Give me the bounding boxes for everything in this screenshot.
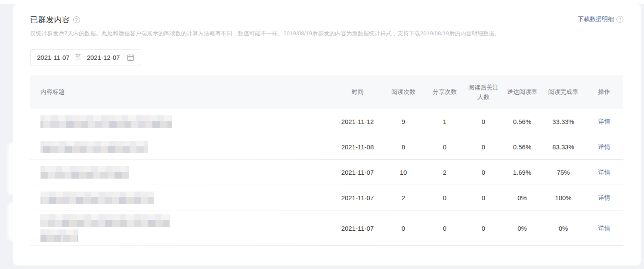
content-title-cell[interactable] (30, 191, 334, 205)
delivery-rate-cell: 1.69% (503, 169, 542, 176)
time-cell: 2021-11-12 (334, 118, 381, 125)
content-title-cell[interactable] (30, 114, 334, 129)
header-action: 操作 (585, 88, 623, 96)
table-row: 2021-11-07 10 2 0 1.69% 75% 详情 (30, 160, 623, 185)
time-cell: 2021-11-07 (334, 194, 381, 201)
time-cell: 2021-11-07 (334, 225, 381, 232)
delivery-rate-cell: 0% (503, 225, 542, 232)
shares-cell: 0 (425, 143, 464, 151)
help-icon[interactable]: ? (73, 16, 80, 23)
redacted-title-mosaic (40, 229, 78, 242)
content-title-cell[interactable] (30, 165, 334, 179)
completion-rate-cell: 0% (542, 225, 585, 232)
table-row: 2021-11-07 0 0 0 0% 0% 详情 (30, 210, 623, 246)
detail-link[interactable]: 详情 (598, 194, 610, 201)
time-cell: 2021-11-08 (334, 143, 381, 151)
detail-link[interactable]: 详情 (598, 169, 610, 176)
shares-cell: 2 (425, 169, 464, 176)
sent-content-table: 内容标题 时间 阅读次数 分享次数 阅读后关注人数 送达阅读率 阅读完成率 操作… (30, 75, 623, 246)
stats-disclaimer-text: 仅统计群发后7天内的数据。此处和微信客户端展示的阅读数的计算方法略有不同，数值可… (30, 30, 623, 37)
reads-cell: 0 (381, 225, 425, 232)
page-title: 已群发内容 (30, 15, 70, 25)
detail-link[interactable]: 详情 (598, 225, 610, 232)
detail-link[interactable]: 详情 (598, 143, 610, 150)
header-reads: 阅读次数 (381, 88, 425, 96)
follows-cell: 0 (464, 169, 503, 176)
sent-content-card: 已群发内容 ? 下载数据明细 ? 仅统计群发后7天内的数据。此处和微信客户端展示… (13, 4, 641, 266)
calendar-icon[interactable] (127, 54, 134, 61)
redacted-title-mosaic (40, 192, 154, 204)
content-title-cell[interactable] (30, 213, 334, 243)
download-data-link[interactable]: 下载数据明细 (578, 15, 614, 23)
shares-cell: 1 (425, 118, 464, 125)
completion-rate-cell: 83.33% (542, 143, 585, 151)
redacted-title-mosaic (40, 214, 170, 227)
follows-cell: 0 (464, 143, 503, 151)
header-time: 时间 (334, 88, 381, 96)
redacted-title-mosaic (40, 115, 172, 128)
card-header: 已群发内容 ? 下载数据明细 ? (30, 15, 623, 25)
header-delivery-read-rate: 送达阅读率 (503, 88, 542, 96)
follows-cell: 0 (464, 118, 503, 125)
table-header-row: 内容标题 时间 阅读次数 分享次数 阅读后关注人数 送达阅读率 阅读完成率 操作 (30, 75, 623, 109)
content-title-cell[interactable] (30, 140, 334, 154)
delivery-rate-cell: 0.56% (503, 143, 542, 151)
shares-cell: 0 (425, 194, 464, 201)
download-help-icon[interactable]: ? (616, 16, 623, 23)
detail-link[interactable]: 详情 (598, 118, 610, 125)
delivery-rate-cell: 0.56% (503, 118, 542, 125)
completion-rate-cell: 100% (542, 194, 585, 201)
header-content-title: 内容标题 (30, 88, 334, 96)
time-cell: 2021-11-07 (334, 169, 381, 176)
table-row: 2021-11-12 9 1 0 0.56% 33.33% 详情 (30, 109, 623, 134)
completion-rate-cell: 33.33% (542, 118, 585, 125)
header-follows-after-read: 阅读后关注人数 (464, 83, 503, 102)
completion-rate-cell: 75% (542, 169, 585, 176)
redacted-title-mosaic (40, 166, 129, 179)
delivery-rate-cell: 0% (503, 194, 542, 201)
reads-cell: 9 (381, 118, 425, 125)
end-date-value[interactable]: 2021-12-07 (87, 54, 120, 61)
reads-cell: 2 (381, 194, 425, 201)
follows-cell: 0 (464, 194, 503, 201)
header-shares: 分享次数 (425, 88, 464, 96)
previous-card-bottom (0, 0, 644, 4)
start-date-value[interactable]: 2021-11-07 (37, 54, 70, 61)
redacted-title-mosaic (40, 141, 148, 153)
table-row: 2021-11-08 8 0 0 0.56% 83.33% 详情 (30, 134, 623, 160)
shares-cell: 0 (425, 225, 464, 232)
follows-cell: 0 (464, 225, 503, 232)
header-read-completion-rate: 阅读完成率 (542, 88, 585, 96)
date-range-picker[interactable]: 2021-11-07 至 2021-12-07 (30, 49, 141, 65)
reads-cell: 10 (381, 169, 425, 176)
table-row: 2021-11-07 2 0 0 0% 100% 详情 (30, 185, 623, 210)
reads-cell: 8 (381, 143, 425, 151)
date-range-separator: 至 (75, 53, 81, 61)
